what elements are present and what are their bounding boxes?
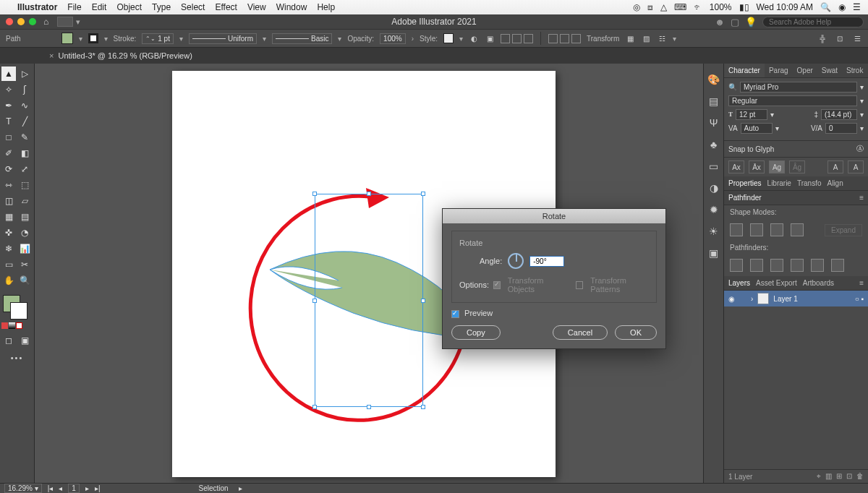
arrange-icon[interactable]: ☷	[657, 33, 667, 43]
artboard-nav-next-icon[interactable]: ▸	[85, 484, 89, 492]
tab-opentype[interactable]: Oper	[793, 64, 817, 77]
edit-toolbar-icon[interactable]: •••	[1, 353, 33, 362]
copy-button[interactable]: Copy	[451, 325, 501, 340]
chevron-down-icon[interactable]: ›	[412, 35, 414, 43]
new-layer-icon[interactable]: ⊞	[836, 472, 842, 481]
document-tab[interactable]: × Untitled-3* @ 16.29 % (RGB/Preview)	[42, 50, 200, 61]
glyph-xheight-icon[interactable]: Āx	[749, 160, 765, 173]
chevron-down-icon[interactable]: ▾	[104, 35, 108, 43]
screen-mode-icon[interactable]: ▣	[17, 333, 32, 348]
stroke-profile-dropdown[interactable]: Uniform	[189, 33, 257, 44]
tab-stroke[interactable]: Strok	[842, 64, 867, 77]
swatches-panel-icon[interactable]: ▤	[709, 95, 718, 107]
pathfinder-label[interactable]: Pathfinder	[728, 194, 762, 202]
menu-view[interactable]: View	[247, 2, 266, 12]
home-icon[interactable]: ⌂	[43, 17, 48, 27]
layer-row[interactable]: ◉ › Layer 1 ○ ▪	[724, 291, 868, 306]
chevron-down-icon[interactable]: ▾	[775, 124, 779, 132]
pen-tool-icon[interactable]: ✒	[1, 98, 16, 113]
menu-effect[interactable]: Effect	[215, 2, 237, 12]
draw-mode-icon[interactable]: ◻	[1, 333, 16, 348]
close-tab-icon[interactable]: ×	[49, 51, 54, 60]
lasso-tool-icon[interactable]: ʃ	[17, 82, 32, 97]
shape-builder-tool-icon[interactable]: ◫	[1, 194, 16, 208]
symbol-sprayer-tool-icon[interactable]: ❄	[1, 241, 16, 256]
wifi-icon[interactable]: ᯤ	[694, 2, 702, 12]
chevron-down-icon[interactable]: ▾	[338, 35, 341, 43]
artboard-number-input[interactable]: 1	[68, 484, 80, 493]
chevron-down-icon[interactable]: ▾	[860, 111, 864, 119]
selection-bounding-box[interactable]	[315, 194, 423, 407]
new-sublayer-icon[interactable]: ▥	[825, 472, 832, 481]
locate-layer-icon[interactable]: ⌖	[817, 472, 821, 481]
zoom-tool-icon[interactable]: 🔍	[17, 273, 32, 288]
tab-properties[interactable]: Properties	[728, 179, 762, 187]
artboards-panel-icon[interactable]: ▣	[709, 247, 718, 259]
delete-layer-icon[interactable]: 🗑	[856, 472, 864, 481]
angle-input[interactable]	[529, 256, 564, 267]
pref2-icon[interactable]: ⊡	[835, 33, 845, 43]
stroke-swatch[interactable]	[88, 33, 98, 43]
color-panel-icon[interactable]: 🎨	[707, 74, 720, 85]
color-mode-row[interactable]	[1, 322, 33, 329]
mesh-tool-icon[interactable]: ▦	[1, 210, 16, 224]
tab-character[interactable]: Character	[724, 64, 765, 77]
artboard-tool-icon[interactable]: ▭	[1, 257, 16, 272]
selection-tool-icon[interactable]: ▲	[1, 67, 16, 81]
minus-back-icon[interactable]	[831, 259, 844, 272]
outline-icon[interactable]	[811, 259, 824, 272]
isolate-icon[interactable]: ▨	[641, 33, 651, 43]
opacity-input[interactable]: 100%	[380, 33, 406, 44]
crop-icon[interactable]: ▣	[485, 33, 495, 43]
divide-icon[interactable]	[730, 259, 743, 272]
brush-dropdown[interactable]: Basic	[272, 33, 332, 44]
exclude-icon[interactable]	[791, 223, 804, 236]
menu-select[interactable]: Select	[181, 2, 205, 12]
dialog-title[interactable]: Rotate	[443, 209, 665, 223]
trim-icon[interactable]	[750, 259, 763, 272]
transform-label[interactable]: Transform	[587, 35, 619, 43]
panel-menu-icon[interactable]: ≡	[859, 194, 864, 202]
spotlight-icon[interactable]: 🔍	[820, 2, 831, 12]
tab-transform[interactable]: Transfo	[797, 179, 822, 187]
new-layer-alt-icon[interactable]: ⊡	[846, 472, 852, 481]
visibility-icon[interactable]: ◉	[728, 295, 735, 303]
minus-front-icon[interactable]	[750, 223, 763, 236]
glyph-bounds-icon[interactable]: Ag	[769, 160, 785, 173]
layers-panel-icon[interactable]: ☀	[709, 226, 718, 237]
gradient-tool-icon[interactable]: ▤	[17, 210, 32, 224]
siri-icon[interactable]: ◉	[838, 2, 846, 12]
scale-tool-icon[interactable]: ⤢	[17, 162, 32, 176]
kerning-input[interactable]	[741, 123, 773, 134]
pref1-icon[interactable]: ╬	[817, 33, 827, 43]
type-tool-icon[interactable]: T	[1, 114, 16, 129]
rectangle-tool-icon[interactable]: □	[1, 130, 16, 145]
slice-tool-icon[interactable]: ✂	[17, 257, 32, 272]
tab-layers[interactable]: Layers	[728, 279, 750, 287]
fill-swatch[interactable]	[61, 33, 73, 44]
app-name-menu[interactable]: Illustrator	[17, 2, 57, 12]
close-window-icon[interactable]	[6, 18, 13, 25]
tab-asset-export[interactable]: Asset Export	[756, 279, 797, 287]
width-tool-icon[interactable]: ⇿	[1, 178, 16, 192]
hand-tool-icon[interactable]: ✋	[1, 273, 16, 288]
chevron-down-icon[interactable]: ▾	[673, 35, 676, 43]
tab-artboards[interactable]: Artboards	[803, 279, 834, 287]
blend-tool-icon[interactable]: ◔	[17, 226, 32, 240]
font-family-input[interactable]	[740, 82, 857, 93]
target-icon[interactable]: ○ ▪	[855, 295, 864, 303]
chevron-down-icon[interactable]: ▾	[459, 35, 463, 43]
graph-tool-icon[interactable]: 📊	[17, 241, 32, 256]
crop-icon[interactable]	[791, 259, 804, 272]
glyph-baseline-icon[interactable]: Ax	[728, 160, 744, 173]
chevron-down-icon[interactable]: ▾	[79, 35, 82, 43]
window-controls[interactable]	[6, 18, 36, 25]
angle-dial-icon[interactable]	[508, 253, 524, 269]
fill-stroke-control[interactable]	[1, 293, 33, 320]
tab-align[interactable]: Align	[827, 179, 843, 187]
align-vgroup[interactable]	[548, 34, 581, 43]
direct-selection-tool-icon[interactable]: ▷	[17, 67, 32, 81]
shaper-tool-icon[interactable]: ✐	[1, 146, 16, 160]
perspective-tool-icon[interactable]: ▱	[17, 194, 32, 208]
sync-icon[interactable]: △	[660, 2, 667, 12]
